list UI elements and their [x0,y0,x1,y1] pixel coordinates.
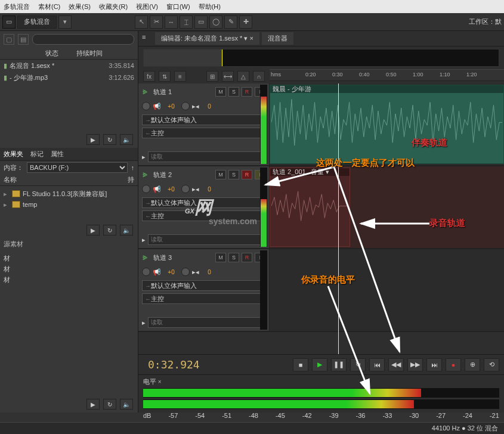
assets-play-button[interactable]: ▶ [86,399,100,410]
time-display[interactable]: 0:32.924 [143,358,274,371]
menu-effects[interactable]: 效果(S) [69,2,91,11]
pause-button[interactable]: ❚❚ [331,358,347,371]
content-up-icon[interactable]: ↑ [131,164,135,171]
tool-fx[interactable]: fx [143,71,155,82]
forward-button[interactable]: ▶▶ [407,358,423,371]
tool-heal[interactable]: ✚ [239,16,252,29]
tool-lasso[interactable]: ◯ [209,16,222,29]
asset-row[interactable]: 材 [4,253,134,264]
stop-button[interactable]: ■ [293,358,308,371]
mute-button[interactable]: M [215,170,226,179]
overview-playhead[interactable] [222,49,222,66]
track-name[interactable]: 轨道 1 [151,88,213,97]
solo-button[interactable]: S [228,87,239,97]
automation-mode[interactable]: ▸ [142,319,146,327]
file-row[interactable]: ▮ - 少年游.mp3 3:12.626 [0,72,138,83]
track-name[interactable]: 轨道 2 [151,170,213,179]
tree-row[interactable]: ▸FL Studio 11.0.3[亲测兼容版] [4,188,134,199]
record-button[interactable]: ● [446,358,461,371]
tool-razor[interactable]: ✂ [150,16,163,29]
tab-dropdown-icon[interactable]: ▾ [244,35,248,42]
asset-row[interactable]: 材 [4,264,134,274]
output-select[interactable]: ← 主控 [142,210,265,221]
volume-knob[interactable] [142,185,150,193]
arm-record-button[interactable]: R [242,253,252,262]
pan-value[interactable]: 0 [202,103,217,110]
menu-clip[interactable]: 素材(C) [38,2,60,11]
input-select[interactable]: → 默认立体声输入 [142,280,265,291]
volume-knob[interactable] [142,268,150,276]
automation-mode[interactable]: ▸ [142,236,146,244]
workspace-value[interactable]: 默 [495,17,502,26]
file-row[interactable]: ▮ 名混音 1.sesx * 3:35.814 [0,60,138,72]
rewind-button[interactable]: ◀◀ [388,358,404,371]
volume-knob[interactable] [142,102,150,110]
menu-favorites[interactable]: 收藏夹(R) [99,2,128,11]
browser-auto-button[interactable]: 🔈 [120,225,133,235]
loop-button[interactable]: ↻ [350,358,366,371]
assets-loop-button[interactable]: ↻ [103,399,116,410]
timeline-ruler[interactable]: hms 0:20 0:30 0:40 0:50 1:00 1:10 1:20 [270,69,504,81]
metronome-button[interactable]: ⟲ [484,358,499,371]
skip-back-button[interactable]: ⏮ [369,358,385,371]
mute-button[interactable]: M [215,253,226,262]
asset-row[interactable]: 材 [4,274,134,285]
tree-col-dur[interactable]: 持 [128,175,134,184]
pan-knob[interactable] [181,268,190,276]
automation-mode[interactable]: ▸ [142,153,146,161]
preview-loop-button[interactable]: ↻ [103,134,116,145]
skip-fwd-button[interactable]: ⏭ [426,358,442,371]
output-select[interactable]: ← 主控 [142,128,265,138]
clip-volume-menu[interactable]: 音量 ▾ [311,168,329,176]
menu-multitrack[interactable]: 多轨混音 [4,2,30,11]
menu-view[interactable]: 视图(V) [136,2,158,11]
tool-metronome[interactable]: △ [237,71,249,82]
tool-ripple[interactable]: ⟷ [222,71,234,82]
track-name[interactable]: 轨道 3 [151,253,213,262]
tool-marquee[interactable]: ▭ [194,16,208,29]
pan-value[interactable]: 0 [202,186,217,193]
audio-clip[interactable]: 魏晨 - 少年游 [270,85,504,164]
assets-auto-button[interactable]: 🔈 [120,399,133,410]
tree-row[interactable]: ▸temp [4,199,134,210]
pan-value[interactable]: 0 [202,269,217,275]
tool-sends[interactable]: ⇅ [159,71,171,82]
volume-value[interactable]: +0 [163,186,179,193]
menu-window[interactable]: 窗口(W) [166,2,190,11]
input-select[interactable]: → 默认立体声输入 [142,114,265,125]
arm-record-button[interactable]: R [242,170,252,179]
track-lane[interactable]: 轨道 2_001音量 ▾ [270,166,504,248]
overview-selection[interactable] [144,49,222,66]
overview-strip[interactable] [143,49,499,67]
tab-markers[interactable]: 标记 [30,150,44,159]
col-duration[interactable]: 持续时间 [76,49,103,58]
arm-record-button[interactable]: R [242,87,252,97]
new-file-icon[interactable]: ▢ [4,34,14,45]
solo-button[interactable]: S [228,253,239,262]
punch-button[interactable]: ⊕ [465,358,480,371]
tool-eq[interactable]: ≡ [174,71,186,82]
editor-tab-session[interactable]: 编辑器: 未命名混音 1.sesx * ▾ × [155,32,259,45]
tool-time[interactable]: ⌶ [180,16,193,29]
volume-value[interactable]: +0 [163,103,179,110]
col-status[interactable]: 状态 [45,49,58,58]
output-select[interactable]: ← 主控 [142,293,265,304]
content-drive-select[interactable]: BACKUP (F:) [27,162,128,173]
mute-button[interactable]: M [215,87,226,97]
volume-value[interactable]: +0 [163,269,179,275]
tree-col-name[interactable]: 名称 [4,175,110,184]
tool-slip[interactable]: ↔ [165,16,178,29]
browser-loop-button[interactable]: ↻ [103,225,116,235]
waveform-view-button[interactable]: ▭ [2,16,16,29]
tool-monitor[interactable]: ∩ [253,71,265,82]
track-lane[interactable] [270,249,504,331]
tool-move[interactable]: ↖ [135,16,148,29]
read-mode[interactable]: 读取 [148,151,265,162]
editor-menu-icon[interactable]: ≡ [142,33,153,44]
read-mode[interactable]: 读取 [148,317,265,328]
files-search-input[interactable] [32,34,134,45]
track-lane[interactable]: 魏晨 - 少年游 [270,83,504,165]
tool-brush[interactable]: ✎ [224,16,237,29]
editor-tab-mixer[interactable]: 混音器 [262,32,293,45]
pan-knob[interactable] [181,102,190,110]
